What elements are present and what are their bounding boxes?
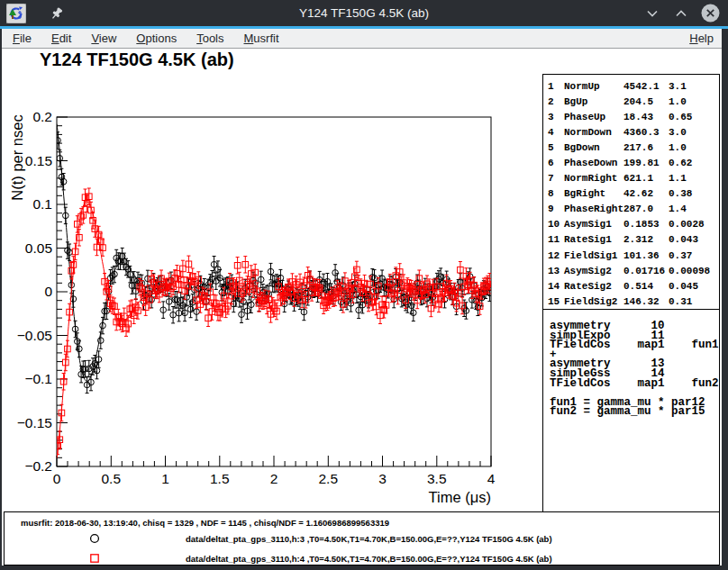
svg-text:0.1: 0.1 <box>32 196 52 212</box>
close-button[interactable] <box>700 4 720 23</box>
legend-item: data/deltat_pta_gps_3110,h:3 ,T0=4.50K,T… <box>5 533 719 546</box>
svg-text:0.05: 0.05 <box>25 240 52 256</box>
application-window: Y124 TF150G 4.5K (ab) FileEditViewOpti <box>0 0 728 570</box>
param-row: 15FieldSig2146.320.31 <box>543 294 719 309</box>
param-row: 6PhaseDown199.810.62 <box>543 155 719 170</box>
svg-text:−0.2: −0.2 <box>24 458 52 474</box>
svg-text:−0.15: −0.15 <box>17 415 52 430</box>
svg-text:3: 3 <box>378 471 387 486</box>
legend-label: data/deltat_pta_gps_3110,h:3 ,T0=4.50K,T… <box>186 534 552 544</box>
legend-item: data/deltat_pta_gps_3110,h:4 ,T0=4.50K,T… <box>5 553 719 565</box>
param-row: 13AsymSig20.017160.00098 <box>543 263 719 278</box>
param-row: 3PhaseUp18.430.65 <box>543 109 719 124</box>
param-row: 8BgRight42.620.38 <box>543 186 719 202</box>
maximize-button[interactable] <box>671 4 691 23</box>
param-table: 1NormUp4542.13.12BgUp204.51.03PhaseUp18.… <box>542 74 720 314</box>
svg-text:0.2: 0.2 <box>32 109 52 124</box>
theory-text: asymmetry 10 simplExpo 11 TFieldCos map1… <box>543 310 719 417</box>
param-row: 11RateSig12.3120.043 <box>543 232 719 248</box>
svg-text:1: 1 <box>161 471 169 486</box>
param-row: 4NormDown4360.33.0 <box>543 124 719 140</box>
svg-text:2.5: 2.5 <box>318 471 338 486</box>
legend-marker-circle-icon <box>89 533 100 544</box>
svg-text:−0.05: −0.05 <box>17 328 52 343</box>
svg-text:0.5: 0.5 <box>101 471 121 486</box>
param-row: 7NormRight621.11.1 <box>543 171 719 186</box>
param-row: 9PhaseRight287.01.4 <box>543 202 719 217</box>
svg-text:N(t) per nsec: N(t) per nsec <box>9 114 25 200</box>
plot-title: Y124 TF150G 4.5K (ab) <box>40 50 234 70</box>
theory-box: asymmetry 10 simplExpo 11 TFieldCos map1… <box>542 309 720 513</box>
legend-marker-square-icon <box>89 553 100 564</box>
svg-text:0.15: 0.15 <box>25 153 52 168</box>
param-row: 5BgDown217.61.0 <box>543 140 719 155</box>
chevron-up-icon <box>676 10 687 17</box>
svg-text:4: 4 <box>487 471 496 486</box>
svg-text:0: 0 <box>44 284 52 299</box>
legend-label: data/deltat_pta_gps_3110,h:4 ,T0=4.50K,T… <box>186 554 552 564</box>
close-icon <box>701 4 720 23</box>
chevron-down-icon <box>647 10 658 17</box>
svg-text:−0.1: −0.1 <box>24 371 52 386</box>
legend-box: musrfit: 2018-06-30, 13:19:40, chisq = 1… <box>4 511 720 565</box>
svg-text:Time (μs): Time (μs) <box>429 489 491 505</box>
param-row: 2BgUp204.51.0 <box>543 94 719 109</box>
param-row: 12FieldSig1101.360.37 <box>543 248 719 263</box>
svg-text:2: 2 <box>270 471 278 486</box>
param-row: 10AsymSig10.18530.0028 <box>543 217 719 232</box>
minimize-button[interactable] <box>642 4 662 23</box>
svg-text:1.5: 1.5 <box>210 471 230 486</box>
param-row: 14RateSig20.5140.045 <box>543 278 719 294</box>
svg-text:3.5: 3.5 <box>427 471 447 486</box>
svg-text:0: 0 <box>53 471 61 486</box>
fit-info: musrfit: 2018-06-30, 13:19:40, chisq = 1… <box>21 518 389 528</box>
param-row: 1NormUp4542.13.1 <box>543 78 719 94</box>
